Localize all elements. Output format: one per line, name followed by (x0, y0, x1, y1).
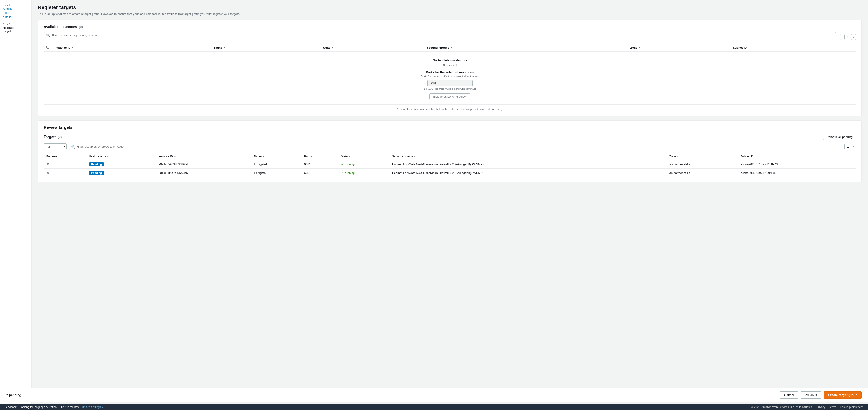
bottom-actions: Cancel Previous Create target group (780, 391, 862, 399)
t-instance-sort-icon[interactable]: ▼ (174, 155, 176, 158)
sidebar-step1: Step 1 Specify group details (3, 4, 29, 19)
available-instances-table: Instance ID ▼ Name ▼ (44, 44, 856, 105)
remove-cell: ✕ (44, 169, 87, 177)
available-filter-input[interactable] (51, 34, 834, 37)
name-cell: Fortigate1 (252, 160, 302, 169)
step2-active: Register targets (3, 26, 29, 33)
include-pending-btn[interactable]: Include as pending below (429, 93, 470, 100)
instance-id-cell: i-0135384a7e43708c5 (156, 169, 252, 177)
select-all-checkbox[interactable] (46, 46, 49, 49)
targets-next-btn[interactable]: › (851, 144, 856, 149)
create-target-group-button[interactable]: Create target group (824, 391, 862, 399)
available-pagination: ‹ 1 › (840, 34, 856, 40)
available-filter-bar[interactable]: 🔍 (44, 32, 836, 38)
targets-filter-select[interactable]: All Pending Registered (44, 143, 66, 150)
port-cell: 6081 (302, 160, 339, 169)
step1-label: Step 1 (3, 4, 29, 6)
unified-text: Looking for language selection? Find it … (20, 406, 80, 409)
sg-sort-icon[interactable]: ▼ (450, 47, 453, 49)
state-sort-icon[interactable]: ▼ (332, 47, 334, 49)
zone-sort-icon[interactable]: ▼ (638, 47, 641, 49)
t-subnet-col-header: Subnet ID (738, 153, 856, 160)
targets-table-wrap: Remove Health status ▼ Instance ID (44, 153, 856, 177)
remove-col-header: Remove (44, 153, 87, 160)
available-page-num: 1 (846, 35, 849, 39)
t-name-sort-icon[interactable]: ▼ (262, 155, 265, 158)
t-instance-id-col-header: Instance ID ▼ (156, 153, 252, 160)
selected-message: 0 selected (44, 63, 856, 67)
pending-badge-1: Pending (89, 171, 104, 175)
health-sort-icon[interactable]: ▼ (107, 155, 109, 158)
state-header: State ▼ (320, 44, 424, 51)
ports-input[interactable] (427, 80, 472, 86)
table-row: ✕ Pending i-0135384a7e43708c5 Fortigate2… (44, 169, 856, 177)
remove-icon-1[interactable]: ✕ (46, 171, 49, 175)
available-count: (0) (79, 25, 83, 29)
state-text-1: running (345, 171, 355, 175)
t-state-sort-icon[interactable]: ▼ (349, 155, 351, 158)
external-link-icon: ➚ (102, 406, 103, 408)
available-prev-btn[interactable]: ‹ (840, 34, 845, 40)
targets-pagination: ‹ 1 › (840, 144, 856, 149)
targets-filter-input[interactable] (76, 145, 835, 148)
targets-header: Targets (2) Remove all pending (44, 134, 856, 140)
available-next-btn[interactable]: › (851, 34, 856, 40)
zone-header: Zone ▼ (627, 44, 730, 51)
ports-desc: Ports for routing traffic to the selecte… (421, 75, 479, 78)
t-zone-sort-icon[interactable]: ▼ (677, 155, 679, 158)
port-cell: 6081 (302, 169, 339, 177)
available-table-container: Instance ID ▼ Name ▼ (44, 44, 856, 105)
targets-filter-bar[interactable]: 🔍 (69, 144, 837, 150)
targets-table: Remove Health status ▼ Instance ID (44, 153, 856, 177)
name-cell: Fortigate2 (252, 169, 302, 177)
subnet-cell: subnet-08073a63216f913a5 (738, 169, 856, 177)
cancel-button[interactable]: Cancel (780, 391, 798, 399)
remove-icon-0[interactable]: ✕ (46, 162, 49, 166)
step1-link[interactable]: Specify group details (3, 7, 29, 19)
instance-id-header: Instance ID ▼ (52, 44, 212, 51)
page-description: This is an optional step to create a tar… (38, 12, 862, 16)
ports-hint: 1-65535 (separate multiple ports with co… (424, 87, 476, 90)
page-title: Register targets (38, 4, 862, 10)
step2-label: Step 2 (3, 23, 29, 26)
pending-badge-0: Pending (89, 162, 104, 167)
state-cell: ✔ running (339, 169, 390, 177)
review-targets-card: Review targets Targets (2) Remove all pe… (38, 120, 862, 182)
footer-bar: Feedback Looking for language selection?… (0, 404, 868, 410)
sidebar-step2: Step 2 Register targets (3, 23, 29, 33)
cookie-link[interactable]: Cookie preferences (840, 406, 864, 409)
health-status-cell: Pending (87, 169, 156, 177)
targets-prev-btn[interactable]: ‹ (840, 144, 845, 149)
running-icon-0: ✔ (341, 163, 344, 166)
instance-id-cell: i-0a8ab59038b36890d (156, 160, 252, 169)
health-status-col-header: Health status ▼ (87, 153, 156, 160)
pending-info-msg: 2 selections are now pending below. Incl… (44, 108, 856, 111)
privacy-link[interactable]: Privacy (816, 406, 825, 409)
instance-id-sort-icon[interactable]: ▼ (71, 47, 73, 49)
t-zone-col-header: Zone ▼ (667, 153, 738, 160)
targets-count: (2) (58, 135, 62, 139)
review-targets-title: Review targets (44, 125, 856, 130)
t-name-col-header: Name ▼ (252, 153, 302, 160)
ports-label: Ports for the selected instances (426, 70, 474, 74)
name-sort-icon[interactable]: ▼ (223, 47, 225, 49)
t-sg-sort-icon[interactable]: ▼ (414, 155, 416, 158)
targets-subtitle: Targets (44, 135, 57, 139)
empty-row: No Available instances 0 selected Ports … (44, 51, 856, 105)
available-header: Available instances (0) (44, 25, 856, 29)
unified-settings-link[interactable]: Unified Settings ➚ (82, 406, 103, 409)
terms-link[interactable]: Terms (829, 406, 836, 409)
available-instances-title: Available instances (44, 25, 77, 29)
previous-button[interactable]: Previous (801, 391, 822, 399)
remove-all-pending-btn[interactable]: Remove all pending (823, 134, 856, 140)
t-state-col-header: State ▼ (339, 153, 390, 160)
zone-cell: ap-northeast-1a (667, 160, 738, 169)
state-cell: ✔ running (339, 160, 390, 169)
running-icon-1: ✔ (341, 171, 344, 175)
targets-table-header: Remove Health status ▼ Instance ID (44, 153, 856, 160)
empty-message: No Available instances (44, 58, 856, 62)
available-table-header: Instance ID ▼ Name ▼ (44, 44, 856, 51)
t-port-sort-icon[interactable]: ▼ (310, 155, 313, 158)
footer-right: © 2022, Amazon Web Services, Inc. or its… (751, 406, 864, 409)
health-status-cell: Pending (87, 160, 156, 169)
